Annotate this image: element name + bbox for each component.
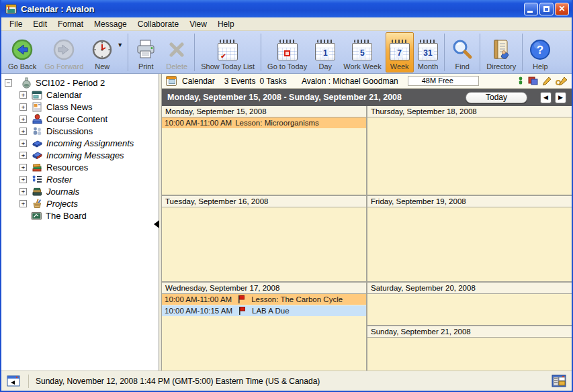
help-button[interactable]: ? Help: [525, 32, 556, 72]
previous-week-button[interactable]: ◀: [540, 92, 552, 103]
day-body[interactable]: [367, 207, 572, 281]
splitter-collapse-icon[interactable]: [154, 220, 159, 228]
menu-edit[interactable]: Edit: [28, 19, 52, 29]
show-today-list-button[interactable]: ✔ Show Today List: [197, 32, 259, 72]
go-back-button[interactable]: Go Back: [4, 32, 40, 72]
print-button[interactable]: Print: [130, 32, 161, 72]
event-lesson-carbon-cycle[interactable]: 10:00 AM-11:00 AM Lesson: The Carbon Cyc…: [162, 294, 366, 305]
calendar-folder-icon: [32, 89, 43, 101]
sidebar-item-class-news[interactable]: + Class News: [1, 101, 159, 113]
expand-plus[interactable]: +: [19, 176, 27, 183]
title-bar: Calendar : Avalon ✕: [1, 0, 572, 17]
menu-file[interactable]: File: [4, 19, 28, 29]
expand-plus[interactable]: +: [19, 91, 27, 99]
maximize-icon: [543, 6, 549, 12]
calendar-pane: Calendar 3 Events 0 Tasks Avalon : Micha…: [162, 74, 572, 371]
sidebar-tree: − SCI102 - Period 2 + Calendar + Class N…: [1, 74, 159, 371]
book-stack-icon: [32, 162, 43, 173]
day-cell-monday[interactable]: Monday, September 15, 2008 10:00 AM-11:0…: [162, 106, 366, 196]
expand-plus[interactable]: +: [19, 128, 27, 135]
work-week-view-button[interactable]: 5 Work Week: [339, 32, 385, 72]
help-icon: ?: [529, 38, 552, 62]
expand-plus[interactable]: +: [19, 188, 27, 195]
calendar-info-bar: Calendar 3 Events 0 Tasks Avalon : Micha…: [162, 74, 572, 89]
day-header: Friday, September 19, 2008: [367, 196, 572, 207]
layers-icon: [528, 77, 538, 85]
day-body[interactable]: [162, 207, 366, 281]
layout-windows-icon[interactable]: [552, 375, 566, 387]
sidebar-splitter[interactable]: [159, 74, 162, 371]
menu-view[interactable]: View: [184, 19, 212, 29]
toggle-panel-icon[interactable]: [7, 375, 20, 387]
today-button[interactable]: Today: [466, 92, 527, 103]
status-separator: [28, 375, 29, 388]
go-back-icon: [11, 38, 34, 62]
day-body[interactable]: [367, 117, 572, 195]
app-window: Calendar : Avalon ✕ File Edit Format Mes…: [0, 0, 573, 392]
sidebar-item-calendar[interactable]: + Calendar: [1, 89, 159, 101]
sidebar-item-journals[interactable]: + Journals: [1, 185, 159, 197]
event-lesson-microorganisms[interactable]: 10:00 AM-11:00 AM Lesson: Microorganisms: [162, 117, 366, 128]
maximize-button[interactable]: [539, 3, 554, 15]
day-cell-wednesday[interactable]: Wednesday, September 17, 2008 10:00 AM-1…: [162, 283, 366, 371]
day-body[interactable]: [367, 294, 572, 325]
find-button[interactable]: Find: [447, 32, 478, 72]
expand-plus[interactable]: +: [19, 140, 27, 147]
day-body[interactable]: 10:00 AM-11:00 AM Lesson: Microorganisms: [162, 117, 366, 195]
menu-format[interactable]: Format: [52, 19, 89, 29]
go-forward-button[interactable]: Go Forward: [40, 32, 87, 72]
new-button[interactable]: New: [87, 32, 117, 72]
sidebar-item-discussions[interactable]: + Discussions: [1, 125, 159, 137]
day-cell-sunday[interactable]: Sunday, September 21, 2008: [367, 326, 572, 371]
sidebar-item-incoming-messages[interactable]: + Incoming Messages: [1, 149, 159, 161]
minimize-button[interactable]: [524, 3, 538, 15]
day-header: Saturday, September 20, 2008: [367, 283, 572, 294]
printer-icon: [134, 38, 157, 62]
close-button[interactable]: ✕: [555, 3, 569, 15]
calendar-today-icon: [277, 38, 298, 62]
people-icon: [32, 126, 43, 137]
go-to-today-button[interactable]: Go to Today: [263, 32, 311, 72]
collapse-expander[interactable]: −: [5, 79, 12, 87]
red-flag-icon: [238, 295, 245, 303]
menu-message[interactable]: Message: [89, 19, 132, 29]
delete-button[interactable]: Delete: [161, 32, 192, 72]
sidebar-item-course-content[interactable]: + Course Content: [1, 113, 159, 125]
menu-help[interactable]: Help: [212, 19, 240, 29]
day-body[interactable]: 10:00 AM-11:00 AM Lesson: The Carbon Cyc…: [162, 294, 366, 371]
sidebar-item-resources[interactable]: + Resources: [1, 161, 159, 173]
month-view-button[interactable]: 31 Month: [414, 32, 443, 72]
expand-plus[interactable]: +: [19, 115, 27, 123]
expand-plus[interactable]: +: [19, 152, 27, 159]
new-dropdown-arrow[interactable]: ▼: [117, 42, 123, 48]
sidebar-item-the-board[interactable]: The Board: [1, 209, 159, 222]
new-clock-icon: [91, 38, 113, 62]
next-week-button[interactable]: ▶: [555, 92, 566, 103]
calendar-week-icon: 7: [390, 38, 410, 62]
sidebar-item-projects[interactable]: + Projects: [1, 197, 159, 209]
week-range-label: Monday, September 15, 2008 - Sunday, Sep…: [167, 93, 466, 102]
sidebar-item-incoming-assignments[interactable]: + Incoming Assignments: [1, 137, 159, 149]
day-cell-saturday[interactable]: Saturday, September 20, 2008: [367, 283, 572, 326]
day-cell-tuesday[interactable]: Tuesday, September 16, 2008: [162, 196, 366, 283]
week-view-button[interactable]: 7 Week: [386, 32, 414, 72]
sidebar-item-class-root[interactable]: − SCI102 - Period 2: [1, 77, 159, 89]
expand-plus[interactable]: +: [19, 103, 27, 111]
day-body[interactable]: [367, 338, 572, 371]
find-icon: [451, 38, 474, 62]
week-grid-left-column: Monday, September 15, 2008 10:00 AM-11:0…: [162, 106, 366, 371]
day-cell-thursday[interactable]: Thursday, September 18, 2008: [367, 106, 572, 196]
tasks-count: 0 Tasks: [259, 77, 286, 86]
day-cell-friday[interactable]: Friday, September 19, 2008: [367, 196, 572, 283]
directory-icon: [490, 38, 513, 62]
expand-plus[interactable]: +: [19, 164, 27, 171]
calendar-small-icon: [166, 76, 177, 86]
event-lab-a-due[interactable]: 10:00 AM-10:15 AM LAB A Due: [162, 305, 366, 316]
toolbar-separator: [194, 34, 195, 71]
directory-button[interactable]: Directory: [482, 32, 520, 72]
menu-collaborate[interactable]: Collaborate: [132, 19, 184, 29]
day-view-button[interactable]: 1 Day: [311, 32, 339, 72]
expand-plus[interactable]: +: [19, 200, 27, 207]
go-forward-icon: [52, 38, 75, 62]
sidebar-item-roster[interactable]: + Roster: [1, 173, 159, 185]
